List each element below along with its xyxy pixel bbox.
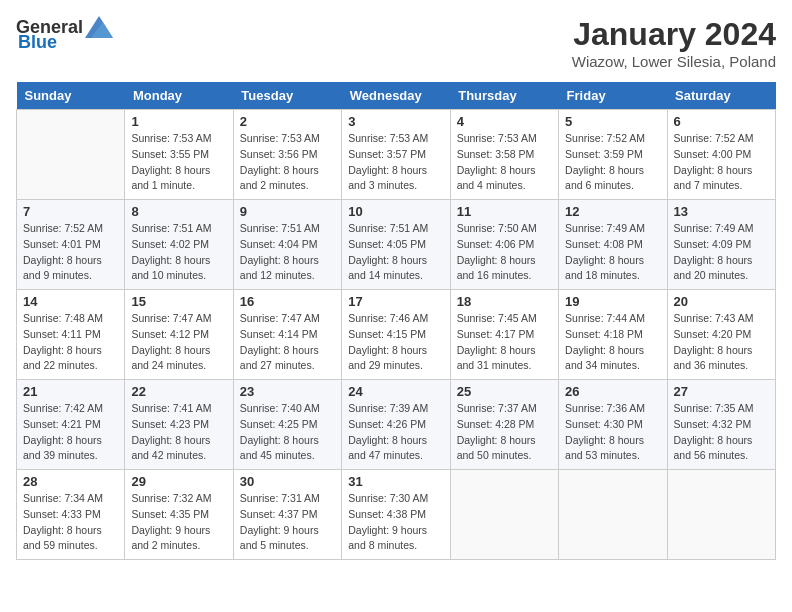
calendar-week-row: 1Sunrise: 7:53 AMSunset: 3:55 PMDaylight…: [17, 110, 776, 200]
day-info: Sunrise: 7:32 AMSunset: 4:35 PMDaylight:…: [131, 491, 226, 554]
calendar-cell: 30Sunrise: 7:31 AMSunset: 4:37 PMDayligh…: [233, 470, 341, 560]
logo: General Blue: [16, 16, 113, 53]
day-number: 27: [674, 384, 769, 399]
day-info: Sunrise: 7:53 AMSunset: 3:58 PMDaylight:…: [457, 131, 552, 194]
day-number: 24: [348, 384, 443, 399]
day-info: Sunrise: 7:35 AMSunset: 4:32 PMDaylight:…: [674, 401, 769, 464]
calendar-cell: 10Sunrise: 7:51 AMSunset: 4:05 PMDayligh…: [342, 200, 450, 290]
calendar-cell: 28Sunrise: 7:34 AMSunset: 4:33 PMDayligh…: [17, 470, 125, 560]
calendar-cell: 26Sunrise: 7:36 AMSunset: 4:30 PMDayligh…: [559, 380, 667, 470]
calendar-cell: 29Sunrise: 7:32 AMSunset: 4:35 PMDayligh…: [125, 470, 233, 560]
day-number: 5: [565, 114, 660, 129]
calendar-cell: 8Sunrise: 7:51 AMSunset: 4:02 PMDaylight…: [125, 200, 233, 290]
day-number: 4: [457, 114, 552, 129]
calendar-cell: 5Sunrise: 7:52 AMSunset: 3:59 PMDaylight…: [559, 110, 667, 200]
calendar-cell: 16Sunrise: 7:47 AMSunset: 4:14 PMDayligh…: [233, 290, 341, 380]
day-number: 9: [240, 204, 335, 219]
day-info: Sunrise: 7:37 AMSunset: 4:28 PMDaylight:…: [457, 401, 552, 464]
day-number: 31: [348, 474, 443, 489]
day-number: 28: [23, 474, 118, 489]
weekday-header-wednesday: Wednesday: [342, 82, 450, 110]
location-subtitle: Wiazow, Lower Silesia, Poland: [572, 53, 776, 70]
calendar-cell: 23Sunrise: 7:40 AMSunset: 4:25 PMDayligh…: [233, 380, 341, 470]
logo-icon: [85, 16, 113, 38]
day-number: 11: [457, 204, 552, 219]
day-number: 12: [565, 204, 660, 219]
day-number: 21: [23, 384, 118, 399]
day-info: Sunrise: 7:46 AMSunset: 4:15 PMDaylight:…: [348, 311, 443, 374]
day-info: Sunrise: 7:39 AMSunset: 4:26 PMDaylight:…: [348, 401, 443, 464]
calendar-cell: 9Sunrise: 7:51 AMSunset: 4:04 PMDaylight…: [233, 200, 341, 290]
calendar-week-row: 7Sunrise: 7:52 AMSunset: 4:01 PMDaylight…: [17, 200, 776, 290]
weekday-header-monday: Monday: [125, 82, 233, 110]
day-info: Sunrise: 7:52 AMSunset: 4:00 PMDaylight:…: [674, 131, 769, 194]
day-info: Sunrise: 7:40 AMSunset: 4:25 PMDaylight:…: [240, 401, 335, 464]
calendar-cell: 21Sunrise: 7:42 AMSunset: 4:21 PMDayligh…: [17, 380, 125, 470]
day-info: Sunrise: 7:49 AMSunset: 4:09 PMDaylight:…: [674, 221, 769, 284]
day-number: 1: [131, 114, 226, 129]
day-number: 18: [457, 294, 552, 309]
day-info: Sunrise: 7:53 AMSunset: 3:55 PMDaylight:…: [131, 131, 226, 194]
calendar-cell: 18Sunrise: 7:45 AMSunset: 4:17 PMDayligh…: [450, 290, 558, 380]
calendar-cell: 19Sunrise: 7:44 AMSunset: 4:18 PMDayligh…: [559, 290, 667, 380]
day-info: Sunrise: 7:31 AMSunset: 4:37 PMDaylight:…: [240, 491, 335, 554]
day-number: 10: [348, 204, 443, 219]
calendar-cell: 20Sunrise: 7:43 AMSunset: 4:20 PMDayligh…: [667, 290, 775, 380]
calendar-cell: [559, 470, 667, 560]
day-number: 23: [240, 384, 335, 399]
weekday-header-row: SundayMondayTuesdayWednesdayThursdayFrid…: [17, 82, 776, 110]
day-number: 20: [674, 294, 769, 309]
day-info: Sunrise: 7:45 AMSunset: 4:17 PMDaylight:…: [457, 311, 552, 374]
day-info: Sunrise: 7:30 AMSunset: 4:38 PMDaylight:…: [348, 491, 443, 554]
day-info: Sunrise: 7:36 AMSunset: 4:30 PMDaylight:…: [565, 401, 660, 464]
calendar-week-row: 28Sunrise: 7:34 AMSunset: 4:33 PMDayligh…: [17, 470, 776, 560]
weekday-header-friday: Friday: [559, 82, 667, 110]
calendar-cell: 11Sunrise: 7:50 AMSunset: 4:06 PMDayligh…: [450, 200, 558, 290]
day-number: 3: [348, 114, 443, 129]
day-info: Sunrise: 7:53 AMSunset: 3:57 PMDaylight:…: [348, 131, 443, 194]
calendar-cell: 22Sunrise: 7:41 AMSunset: 4:23 PMDayligh…: [125, 380, 233, 470]
day-number: 13: [674, 204, 769, 219]
day-info: Sunrise: 7:44 AMSunset: 4:18 PMDaylight:…: [565, 311, 660, 374]
month-year-title: January 2024: [572, 16, 776, 53]
calendar-cell: [17, 110, 125, 200]
day-number: 16: [240, 294, 335, 309]
weekday-header-tuesday: Tuesday: [233, 82, 341, 110]
day-info: Sunrise: 7:51 AMSunset: 4:05 PMDaylight:…: [348, 221, 443, 284]
day-info: Sunrise: 7:50 AMSunset: 4:06 PMDaylight:…: [457, 221, 552, 284]
day-info: Sunrise: 7:47 AMSunset: 4:14 PMDaylight:…: [240, 311, 335, 374]
day-number: 15: [131, 294, 226, 309]
day-info: Sunrise: 7:47 AMSunset: 4:12 PMDaylight:…: [131, 311, 226, 374]
calendar-cell: 15Sunrise: 7:47 AMSunset: 4:12 PMDayligh…: [125, 290, 233, 380]
weekday-header-thursday: Thursday: [450, 82, 558, 110]
day-number: 8: [131, 204, 226, 219]
day-info: Sunrise: 7:49 AMSunset: 4:08 PMDaylight:…: [565, 221, 660, 284]
day-number: 29: [131, 474, 226, 489]
day-info: Sunrise: 7:48 AMSunset: 4:11 PMDaylight:…: [23, 311, 118, 374]
day-info: Sunrise: 7:51 AMSunset: 4:02 PMDaylight:…: [131, 221, 226, 284]
day-info: Sunrise: 7:34 AMSunset: 4:33 PMDaylight:…: [23, 491, 118, 554]
day-number: 19: [565, 294, 660, 309]
header: General Blue January 2024 Wiazow, Lower …: [16, 16, 776, 70]
calendar-cell: 27Sunrise: 7:35 AMSunset: 4:32 PMDayligh…: [667, 380, 775, 470]
calendar-week-row: 14Sunrise: 7:48 AMSunset: 4:11 PMDayligh…: [17, 290, 776, 380]
day-number: 25: [457, 384, 552, 399]
day-info: Sunrise: 7:52 AMSunset: 4:01 PMDaylight:…: [23, 221, 118, 284]
title-area: January 2024 Wiazow, Lower Silesia, Pola…: [572, 16, 776, 70]
weekday-header-saturday: Saturday: [667, 82, 775, 110]
calendar-cell: 3Sunrise: 7:53 AMSunset: 3:57 PMDaylight…: [342, 110, 450, 200]
calendar-cell: 7Sunrise: 7:52 AMSunset: 4:01 PMDaylight…: [17, 200, 125, 290]
calendar-cell: 13Sunrise: 7:49 AMSunset: 4:09 PMDayligh…: [667, 200, 775, 290]
calendar-cell: 1Sunrise: 7:53 AMSunset: 3:55 PMDaylight…: [125, 110, 233, 200]
day-number: 17: [348, 294, 443, 309]
day-number: 22: [131, 384, 226, 399]
day-info: Sunrise: 7:51 AMSunset: 4:04 PMDaylight:…: [240, 221, 335, 284]
day-info: Sunrise: 7:52 AMSunset: 3:59 PMDaylight:…: [565, 131, 660, 194]
day-info: Sunrise: 7:42 AMSunset: 4:21 PMDaylight:…: [23, 401, 118, 464]
day-number: 14: [23, 294, 118, 309]
calendar-cell: 14Sunrise: 7:48 AMSunset: 4:11 PMDayligh…: [17, 290, 125, 380]
day-info: Sunrise: 7:53 AMSunset: 3:56 PMDaylight:…: [240, 131, 335, 194]
day-number: 26: [565, 384, 660, 399]
calendar-cell: [667, 470, 775, 560]
day-info: Sunrise: 7:41 AMSunset: 4:23 PMDaylight:…: [131, 401, 226, 464]
